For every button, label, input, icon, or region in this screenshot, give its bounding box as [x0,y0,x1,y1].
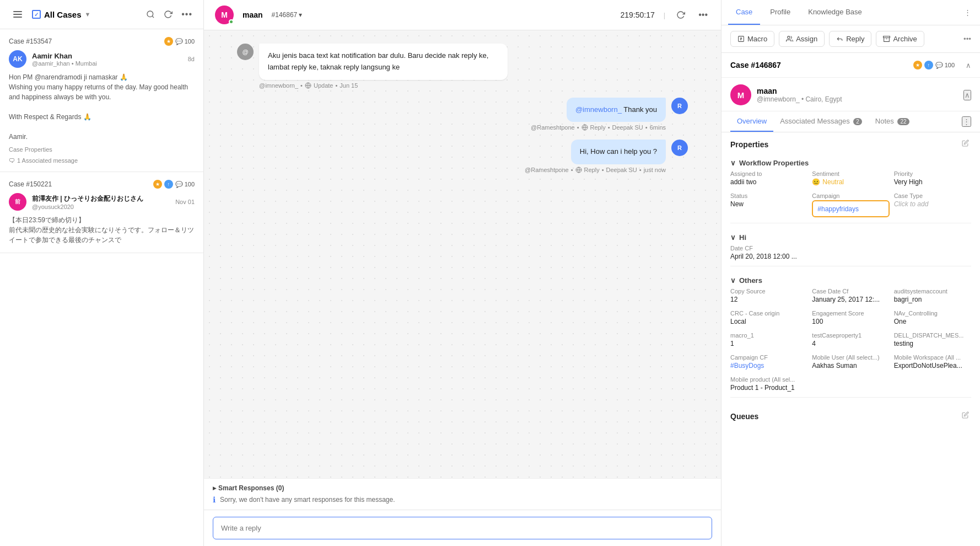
tab-overview[interactable]: Overview [730,111,773,132]
priority-value: Very High [894,178,971,186]
priority-prop: Priority Very High [894,170,971,186]
message-meta: @Rameshtpone • Reply • Deepak SU • 6mins [531,124,688,131]
chat-area: @ Aku jenis baca text kat notification b… [204,30,721,478]
message-bubble: R Hi, How can i help you ? @Rameshtpone … [525,140,688,173]
refresh-button[interactable] [161,8,175,21]
assign-button[interactable]: Assign [779,31,825,47]
chevron-down-icon: ▼ [85,11,91,18]
contact-chevron-button[interactable]: ∧ [963,90,971,100]
badge-group: ★ ↑ 💬 100 [153,180,195,189]
date-cf-value: April 20, 2018 12:00 ... [730,253,807,260]
case-item[interactable]: Case #150221 ★ ↑ 💬 100 前 前澤友作 | ひっそりお金配り… [0,172,203,253]
expand-button[interactable]: ∧ [966,61,971,69]
others-section-label[interactable]: ∨ Others [730,271,971,288]
more-button[interactable]: ••• [179,7,195,22]
case-properties: Case Properties [9,146,195,153]
emoji-neutral: 😐 [812,178,820,186]
macro1-value: 1 [730,340,807,347]
message-preview: Hon PM @narendramodi ji namaskar 🙏 Wishi… [9,72,195,142]
message-preview: 【本日23:59で締め切り】 前代未聞の歴史的な社会実験になりそうです。フォロー… [9,215,195,245]
case-type-value[interactable]: Click to add [894,200,971,208]
edit-queues-button[interactable] [960,409,971,421]
case-date: Nov 01 [175,199,195,205]
smart-responses-header[interactable]: ▸ Smart Responses (0) [213,484,712,492]
campaign-box[interactable]: #happyfridays [812,200,889,217]
assign-label: Assign [796,35,817,43]
sidebar-header: All Cases ▼ ••• [0,0,203,29]
dell-value: testing [894,340,971,347]
case-type-label: Case Type [894,192,971,199]
campaign-label: Campaign [812,192,889,199]
test-value: 4 [812,340,889,347]
mention: @imnewborn_ [575,105,622,114]
hi-section-label[interactable]: ∨ Hi [730,228,971,245]
archive-icon [883,35,890,42]
mobile-ws-prop: Mobile Workspace (All ... ExportDoNotUse… [894,354,971,370]
case-id-badge[interactable]: #146867 ▾ [272,11,303,19]
macro-button[interactable]: Macro [730,31,774,47]
mobile-ws-value: ExportDoNotUsePlea... [894,362,971,370]
copy-source-label: Copy Source [730,288,807,295]
edit-properties-button[interactable] [960,137,971,149]
separator [730,397,971,398]
workflow-properties-label[interactable]: ∨ Workflow Properties [730,153,971,170]
svg-point-8 [788,36,790,39]
ellipsis-icon: ••• [698,10,708,20]
tab-associated-messages[interactable]: Associated Messages 2 [773,111,869,132]
tab-profile[interactable]: Profile [762,0,798,25]
contact-name: maan [757,87,842,95]
workflow-props-grid: Assigned to addii two Sentiment 😐 Neutra… [730,170,971,217]
search-button[interactable] [144,8,157,21]
hamburger-button[interactable] [9,7,26,22]
mobile-product-label: Mobile product (All sel... [730,376,807,383]
smart-responses-label: Smart Responses (0) [218,484,284,492]
user-name: Aamir Khan [32,52,182,60]
sidebar-title: All Cases ▼ [32,10,90,19]
notes-badge: 22 [897,118,909,125]
case-date-cf-value: January 25, 2017 12:... [812,296,889,303]
actions-more-button[interactable]: ••• [963,35,971,43]
tab-notes[interactable]: Notes 22 [869,111,916,132]
macro-icon [737,35,745,42]
globe-icon [305,82,311,89]
assign-icon [786,35,793,42]
case-item[interactable]: Case #153547 ★ 💬 100 AK Aamir Khan [0,29,203,172]
pencil-icon [962,411,969,419]
overview-more-button[interactable]: ⋮ [962,116,971,127]
crc-value: Local [730,318,807,325]
reply-button[interactable]: Reply [829,31,871,47]
archive-button[interactable]: Archive [876,31,924,47]
campaign-prop[interactable]: Campaign #happyfridays [812,192,889,217]
hi-props-grid: Date CF April 20, 2018 12:00 ... [730,245,971,260]
campaign-cf-value: #BusyDogs [730,362,807,370]
status-label: Status [730,192,807,199]
bubble-text: Aku jenis baca text kat notification bar… [259,44,508,80]
blue-badge: ↑ [924,61,933,69]
header-avatar: M [215,6,234,24]
chevron-down-icon: ∨ [730,159,736,167]
case-user-row: 前 前澤友作 | ひっそりお金配りおじさん @yousuck2020 Nov 0… [9,193,195,211]
badge-group: ★ 💬 100 [164,37,195,46]
online-indicator [229,19,234,24]
tab-knowledge-base[interactable]: Knowledge Base [800,0,870,25]
others-props-grid: Copy Source 12 Case Date Cf January 25, … [730,288,971,392]
case-type-prop: Case Type Click to add [894,192,971,217]
tab-case[interactable]: Case [728,0,760,25]
hamburger-icon [11,9,24,20]
archive-label: Archive [893,35,917,43]
reload-button[interactable] [674,8,687,22]
header-more-button[interactable]: ••• [696,8,710,22]
reply-input[interactable] [213,517,712,539]
orange-badge: ★ [153,180,162,189]
sidebar: All Cases ▼ ••• Case #153547 [0,0,204,546]
right-panel: Case Profile Knowledge Base ⋮ Macro Assi… [721,0,980,546]
msg-count: 💬 100 [175,38,195,45]
sidebar-actions: ••• [144,7,195,22]
tab-more-button[interactable]: ⋮ [962,1,973,24]
header-name: maan [243,10,263,19]
msg-count: 💬 100 [935,62,955,69]
checkbox-icon [32,10,41,19]
case-detail-badges: ★ ↑ 💬 100 [913,61,955,69]
avatar: AK [9,50,26,68]
msg-avatar: R [671,140,688,156]
